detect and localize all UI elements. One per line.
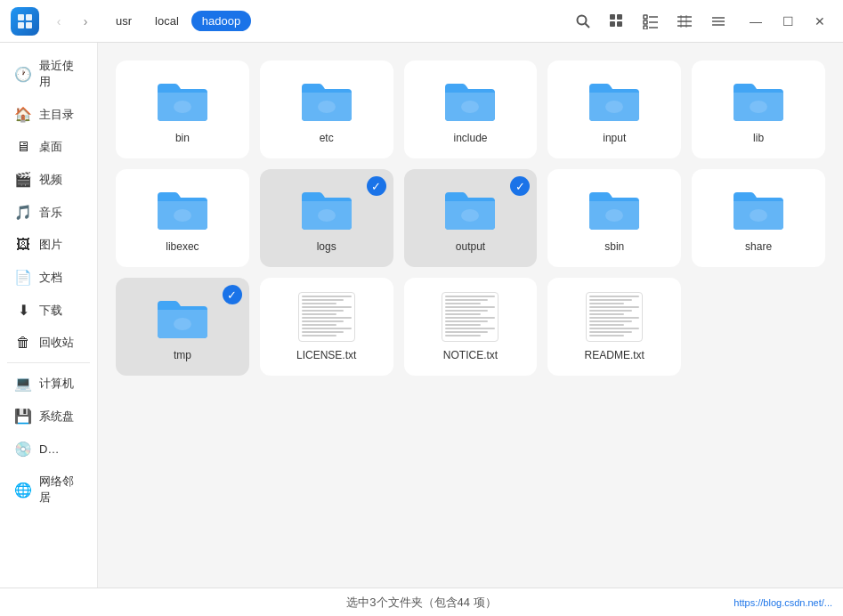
breadcrumb-usr[interactable]: usr	[105, 11, 142, 31]
sidebar-label-recent: 最近使用	[39, 58, 83, 90]
folder-icon-share	[730, 183, 787, 233]
file-grid: bin etc	[116, 61, 825, 376]
sidebar-item-trash[interactable]: 🗑 回收站	[4, 328, 93, 358]
txt-line	[445, 335, 480, 336]
titlebar: ‹ › usr local hadoop	[0, 0, 843, 43]
nav-back-button[interactable]: ‹	[46, 9, 71, 34]
file-label-sbin: sbin	[604, 240, 624, 255]
file-item-license[interactable]: LICENSE.txt	[260, 278, 393, 376]
file-label-notice: NOTICE.txt	[443, 349, 498, 363]
txt-line	[302, 299, 344, 301]
file-item-notice[interactable]: NOTICE.txt	[404, 278, 538, 376]
txt-line	[445, 306, 495, 308]
ddisk-icon: 💿	[14, 441, 32, 458]
sidebar-item-pictures[interactable]: 🖼 图片	[4, 230, 93, 260]
svg-rect-8	[610, 21, 615, 27]
detail-view-icon[interactable]	[674, 11, 695, 32]
sidebar: 🕐 最近使用 🏠 主目录 🖥 桌面 🎬 视频 🎵 音乐 🖼 图片 📄 文档 ⬇	[0, 43, 98, 588]
file-item-readme[interactable]: README.txt	[547, 278, 681, 376]
txt-line	[589, 310, 632, 312]
sidebar-label-desktop: 桌面	[39, 139, 62, 155]
svg-rect-6	[610, 14, 615, 20]
sidebar-item-downloads[interactable]: ⬇ 下载	[4, 295, 93, 326]
file-item-tmp[interactable]: ✓ tmp	[116, 278, 249, 376]
sidebar-item-ddisk[interactable]: 💿 D…	[4, 434, 93, 465]
folder-icon-input	[586, 75, 643, 125]
txt-line	[445, 313, 480, 315]
search-icon[interactable]	[572, 11, 594, 32]
svg-point-25	[318, 101, 336, 113]
window-controls: — ☐ ✕	[743, 9, 832, 34]
svg-rect-10	[644, 15, 647, 19]
txt-line	[589, 320, 632, 322]
txt-line	[589, 296, 639, 297]
sidebar-item-home[interactable]: 🏠 主目录	[4, 99, 93, 130]
list-view-icon[interactable]	[640, 11, 661, 32]
file-item-libexec[interactable]: libexec	[116, 169, 249, 267]
sidebar-label-ddisk: D…	[39, 442, 59, 456]
svg-rect-7	[617, 14, 622, 20]
nav-forward-button[interactable]: ›	[73, 9, 98, 34]
txt-line	[302, 317, 352, 319]
file-item-sbin[interactable]: sbin	[547, 169, 681, 267]
txt-line	[302, 310, 344, 312]
sidebar-label-computer: 计算机	[39, 376, 74, 392]
folder-icon-bin	[154, 75, 211, 125]
svg-point-27	[605, 101, 623, 113]
file-label-readme: README.txt	[585, 349, 644, 363]
file-item-lib[interactable]: lib	[692, 61, 825, 158]
file-label-bin: bin	[175, 132, 190, 146]
file-item-output[interactable]: ✓ output	[404, 169, 538, 267]
txt-line	[302, 324, 336, 326]
disk-icon: 💾	[14, 408, 32, 425]
txt-line	[302, 306, 352, 308]
menu-icon[interactable]	[708, 11, 729, 32]
sidebar-item-sysdisk[interactable]: 💾 系统盘	[4, 401, 93, 432]
svg-rect-2	[18, 22, 24, 28]
folder-icon-logs	[298, 183, 355, 233]
file-item-bin[interactable]: bin	[116, 61, 249, 158]
sidebar-item-recent[interactable]: 🕐 最近使用	[4, 51, 93, 97]
file-item-etc[interactable]: etc	[260, 61, 393, 158]
svg-point-31	[461, 209, 479, 222]
sidebar-label-network: 网络邻居	[39, 474, 83, 506]
check-badge-logs: ✓	[367, 176, 386, 196]
sidebar-item-desktop[interactable]: 🖥 桌面	[4, 132, 93, 162]
watermark: https://blog.csdn.net/...	[734, 597, 832, 608]
sidebar-item-video[interactable]: 🎬 视频	[4, 164, 93, 195]
maximize-button[interactable]: ☐	[775, 9, 800, 34]
file-label-license: LICENSE.txt	[296, 349, 356, 363]
minimize-button[interactable]: —	[743, 9, 768, 34]
grid-view-icon[interactable]	[606, 11, 628, 32]
txt-line	[589, 313, 624, 315]
svg-rect-1	[26, 14, 32, 20]
txt-line	[302, 296, 352, 297]
picture-icon: 🖼	[14, 237, 32, 253]
file-label-input: input	[603, 132, 626, 146]
file-item-input[interactable]: input	[547, 61, 681, 158]
txt-line	[302, 320, 344, 322]
breadcrumb-local[interactable]: local	[144, 11, 190, 31]
sidebar-item-network[interactable]: 🌐 网络邻居	[4, 466, 93, 513]
txt-line	[589, 303, 624, 304]
document-icon: 📄	[14, 269, 32, 286]
file-label-output: output	[456, 240, 485, 255]
file-label-include: include	[453, 132, 487, 146]
sidebar-item-music[interactable]: 🎵 音乐	[4, 197, 93, 228]
txt-line	[445, 317, 495, 319]
txt-line	[302, 328, 352, 329]
folder-icon-output	[442, 183, 499, 233]
close-button[interactable]: ✕	[807, 9, 832, 34]
sidebar-item-documents[interactable]: 📄 文档	[4, 262, 93, 293]
file-label-share: share	[745, 240, 772, 255]
svg-rect-0	[18, 14, 24, 20]
file-item-share[interactable]: share	[692, 169, 825, 267]
txt-line	[589, 317, 639, 319]
svg-point-26	[461, 101, 479, 113]
svg-rect-14	[644, 26, 647, 29]
file-item-include[interactable]: include	[404, 61, 538, 158]
file-item-logs[interactable]: ✓ logs	[260, 169, 393, 267]
sidebar-item-computer[interactable]: 💻 计算机	[4, 368, 93, 399]
breadcrumb-hadoop[interactable]: hadoop	[191, 11, 251, 31]
svg-point-4	[578, 15, 587, 24]
